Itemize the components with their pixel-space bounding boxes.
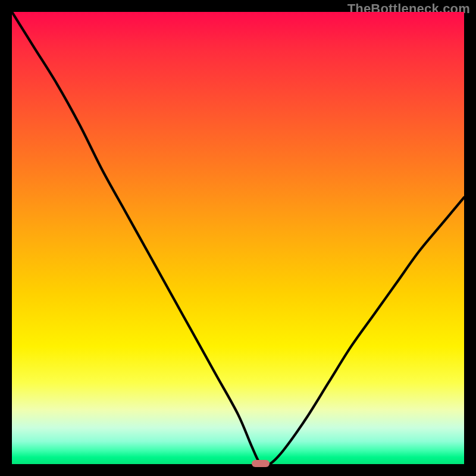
- plot-area: [12, 12, 464, 464]
- chart-wrap: TheBottleneck.com: [0, 0, 476, 476]
- optimal-marker: [252, 460, 270, 467]
- bottleneck-curve: [12, 12, 464, 464]
